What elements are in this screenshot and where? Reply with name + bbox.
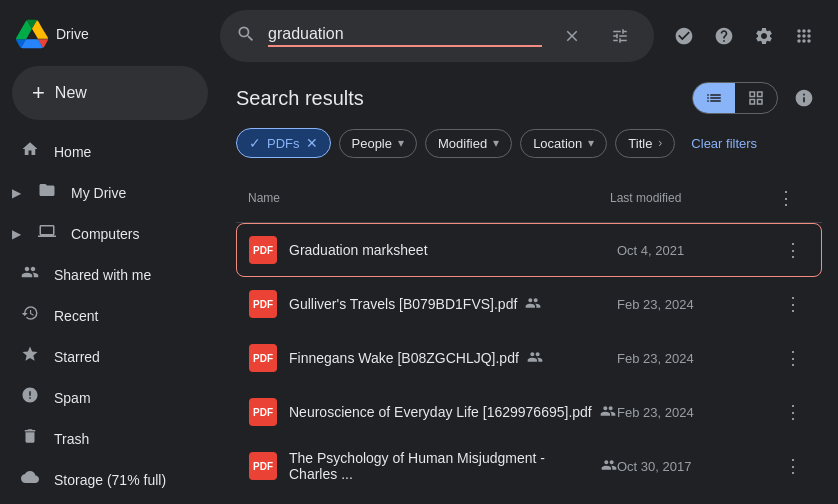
new-button-label: New (55, 84, 87, 102)
filter-chip-title[interactable]: Title › (615, 129, 675, 158)
file-date: Oct 4, 2021 (617, 243, 777, 258)
filter-chip-location-label: Location (533, 136, 582, 151)
filter-chip-people-label: People (352, 136, 392, 151)
info-button[interactable] (786, 80, 822, 116)
table-row[interactable]: PDF The Psychology of Human Misjudgment … (236, 439, 822, 493)
file-name: The Psychology of Human Misjudgment - Ch… (289, 450, 617, 482)
file-name: Neuroscience of Everyday Life [162997669… (289, 403, 617, 422)
home-icon (20, 140, 40, 163)
chevron-right-icon: ▶ (12, 186, 21, 200)
remove-filter-icon[interactable]: ✕ (306, 135, 318, 151)
search-underline (268, 45, 542, 47)
help-button[interactable] (706, 18, 742, 54)
search-input[interactable] (268, 25, 468, 43)
row-menu-button[interactable]: ⋮ (777, 234, 809, 266)
list-view-button[interactable] (693, 83, 735, 113)
row-menu-button[interactable]: ⋮ (777, 342, 809, 374)
check-icon: ✓ (249, 135, 261, 151)
shared-icon (600, 403, 616, 422)
star-icon (20, 345, 40, 368)
filter-chip-modified-label: Modified (438, 136, 487, 151)
file-type-icon: PDF (249, 452, 277, 480)
sidebar-item-trash[interactable]: Trash (8, 419, 212, 458)
file-name: Gulliver's Travels [B079BD1FVS].pdf (289, 295, 617, 314)
shared-icon (20, 263, 40, 286)
search-clear-button[interactable] (554, 18, 590, 54)
table-row[interactable]: PDF Neuroscience of Everyday Life [16299… (236, 385, 822, 439)
results-area: Search results ✓ PDFs (220, 72, 838, 504)
sidebar-item-computers[interactable]: ▶ Computers (8, 214, 212, 253)
folder-icon (37, 181, 57, 204)
filter-chip-pdfs-label: PDFs (267, 136, 300, 151)
view-controls (692, 80, 822, 116)
file-date: Feb 23, 2024 (617, 405, 777, 420)
chevron-down-icon3: ▾ (588, 136, 594, 150)
sidebar-item-shared[interactable]: Shared with me (8, 255, 212, 294)
file-type-icon: PDF (249, 236, 277, 264)
main-content: Search results ✓ PDFs (220, 0, 838, 504)
file-date: Feb 23, 2024 (617, 297, 777, 312)
row-menu-button[interactable]: ⋮ (777, 450, 809, 482)
sidebar-item-computers-label: Computers (71, 226, 139, 242)
filter-chip-title-label: Title (628, 136, 652, 151)
clear-filters-button[interactable]: Clear filters (683, 130, 765, 157)
cloud-icon (20, 468, 40, 491)
sidebar-item-my-drive-label: My Drive (71, 185, 126, 201)
chevron-right-icon3: › (658, 136, 662, 150)
shared-icon (527, 349, 543, 368)
table-row[interactable]: PDF Graduation marksheet Oct 4, 2021 ⋮ (236, 223, 822, 277)
apps-button[interactable] (786, 18, 822, 54)
search-filter-button[interactable] (602, 18, 638, 54)
sidebar-item-recent[interactable]: Recent (8, 296, 212, 335)
computer-icon (37, 222, 57, 245)
top-icons (666, 18, 822, 54)
sidebar-item-spam[interactable]: Spam (8, 378, 212, 417)
plus-icon: + (32, 82, 45, 104)
grid-view-button[interactable] (735, 83, 777, 113)
row-menu-button[interactable]: ⋮ (777, 396, 809, 428)
file-type-icon: PDF (249, 398, 277, 426)
filter-row: ✓ PDFs ✕ People ▾ Modified ▾ Location ▾ … (236, 128, 822, 158)
table-header: Name Last modified ⋮ (236, 174, 822, 223)
table-row[interactable]: PDF Gulliver's Travels [B079BD1FVS].pdf … (236, 277, 822, 331)
chevron-down-icon2: ▾ (493, 136, 499, 150)
app-logo: Drive (0, 8, 220, 66)
filter-chip-modified[interactable]: Modified ▾ (425, 129, 512, 158)
filter-chip-pdfs[interactable]: ✓ PDFs ✕ (236, 128, 331, 158)
sidebar-item-home[interactable]: Home (8, 132, 212, 171)
sidebar-item-spam-label: Spam (54, 390, 91, 406)
check-circle-button[interactable] (666, 18, 702, 54)
sidebar-item-starred-label: Starred (54, 349, 100, 365)
results-header: Search results (236, 72, 822, 116)
new-button[interactable]: + New (12, 66, 208, 120)
spam-icon (20, 386, 40, 409)
chevron-down-icon: ▾ (398, 136, 404, 150)
results-title: Search results (236, 87, 364, 110)
row-menu-button[interactable]: ⋮ (777, 288, 809, 320)
sidebar-nav: Home ▶ My Drive ▶ Computers Shared with … (0, 132, 220, 499)
app-name: Drive (56, 26, 89, 42)
header-menu-button[interactable]: ⋮ (770, 182, 802, 214)
sidebar: Drive + New Home ▶ My Drive ▶ Computers (0, 0, 220, 504)
column-name-header: Name (248, 191, 610, 205)
file-date: Oct 30, 2017 (617, 459, 777, 474)
column-modified-header: Last modified (610, 191, 770, 205)
filter-chip-location[interactable]: Location ▾ (520, 129, 607, 158)
sidebar-item-trash-label: Trash (54, 431, 89, 447)
sidebar-item-my-drive[interactable]: ▶ My Drive (8, 173, 212, 212)
sidebar-item-shared-label: Shared with me (54, 267, 151, 283)
settings-button[interactable] (746, 18, 782, 54)
table-row[interactable]: PDF Finnegans Wake [B08ZGCHLJQ].pdf Feb … (236, 331, 822, 385)
top-bar (220, 0, 838, 72)
file-name: Finnegans Wake [B08ZGCHLJQ].pdf (289, 349, 617, 368)
shared-icon (525, 295, 541, 314)
file-type-icon: PDF (249, 290, 277, 318)
sidebar-item-storage[interactable]: Storage (71% full) (8, 460, 212, 499)
filter-chip-people[interactable]: People ▾ (339, 129, 417, 158)
storage-section: 71.61 GB of 100 GB used Get more storage (0, 499, 220, 504)
search-bar (220, 10, 654, 62)
chevron-right-icon2: ▶ (12, 227, 21, 241)
search-icon (236, 24, 256, 49)
sidebar-item-starred[interactable]: Starred (8, 337, 212, 376)
sidebar-item-home-label: Home (54, 144, 91, 160)
